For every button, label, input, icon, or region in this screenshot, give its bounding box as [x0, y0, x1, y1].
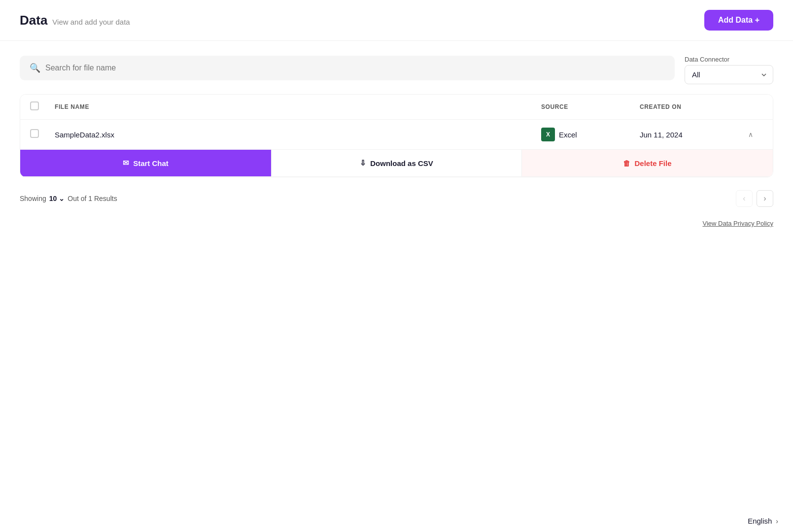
col-source: SOURCE: [541, 103, 640, 110]
next-page-button[interactable]: ›: [757, 190, 773, 207]
download-csv-button[interactable]: ⇩ Download as CSV: [271, 150, 522, 176]
search-box: 🔍: [20, 56, 675, 80]
search-input[interactable]: [45, 64, 665, 72]
language-chevron-icon[interactable]: ›: [776, 517, 778, 525]
table-header: FILE NAME SOURCE CREATED ON: [20, 95, 773, 120]
row-expand-chevron[interactable]: ∧: [738, 131, 763, 138]
page-header: Data View and add your data Add Data +: [0, 0, 793, 41]
download-csv-label: Download as CSV: [370, 159, 433, 167]
select-all-checkbox[interactable]: [30, 101, 39, 110]
table-row: SampleData2.xlsx X Excel Jun 11, 2024 ∧: [20, 120, 773, 149]
delete-file-label: Delete File: [634, 159, 671, 167]
prev-page-button[interactable]: ‹: [736, 190, 753, 207]
row-checkbox[interactable]: [30, 129, 39, 138]
showing-count[interactable]: 10 ⌄: [49, 195, 65, 202]
col-file-name: FILE NAME: [55, 103, 541, 110]
table-row-container: SampleData2.xlsx X Excel Jun 11, 2024 ∧ …: [20, 120, 773, 177]
data-table: FILE NAME SOURCE CREATED ON SampleData2.…: [20, 94, 773, 177]
search-icon: 🔍: [30, 63, 40, 73]
created-date: Jun 11, 2024: [640, 131, 738, 139]
page-nav: ‹ ›: [736, 190, 773, 207]
privacy-link-row: View Data Privacy Policy: [20, 215, 773, 232]
row-checkbox-cell: [30, 129, 55, 140]
delete-icon: 🗑: [623, 159, 630, 167]
start-chat-button[interactable]: ✉ Start Chat: [20, 150, 271, 176]
start-chat-icon: ✉: [123, 159, 129, 167]
download-icon: ⇩: [360, 159, 366, 167]
of-text: Out of 1 Results: [68, 195, 117, 202]
showing-count-chevron: ⌄: [59, 195, 65, 202]
main-content: 🔍 Data Connector All Excel CSV Google Sh…: [0, 41, 793, 247]
start-chat-label: Start Chat: [133, 159, 169, 167]
col-created-on: CREATED ON: [640, 103, 738, 110]
filter-label: Data Connector: [685, 56, 773, 63]
language-label: English: [748, 517, 772, 525]
header-left: Data View and add your data: [20, 13, 130, 28]
showing-text: Showing: [20, 195, 46, 202]
page-subtitle: View and add your data: [52, 18, 130, 26]
source-label: Excel: [559, 131, 577, 139]
footer: English ›: [733, 510, 793, 532]
privacy-link[interactable]: View Data Privacy Policy: [702, 220, 773, 227]
page-title: Data: [20, 13, 47, 28]
add-data-button[interactable]: Add Data +: [704, 10, 773, 31]
header-checkbox-cell: [30, 101, 55, 112]
excel-icon: X: [541, 128, 555, 141]
action-row: ✉ Start Chat ⇩ Download as CSV 🗑 Delete …: [20, 149, 773, 176]
delete-file-button[interactable]: 🗑 Delete File: [522, 150, 773, 176]
filter-group: Data Connector All Excel CSV Google Shee…: [685, 56, 773, 84]
source-cell: X Excel: [541, 128, 640, 141]
pagination-row: Showing 10 ⌄ Out of 1 Results ‹ ›: [20, 182, 773, 215]
showing-count-value: 10: [49, 195, 57, 202]
showing-info: Showing 10 ⌄ Out of 1 Results: [20, 195, 117, 202]
file-name-cell: SampleData2.xlsx: [55, 131, 541, 139]
search-filter-row: 🔍 Data Connector All Excel CSV Google Sh…: [20, 56, 773, 84]
data-connector-select[interactable]: All Excel CSV Google Sheets: [685, 65, 773, 84]
